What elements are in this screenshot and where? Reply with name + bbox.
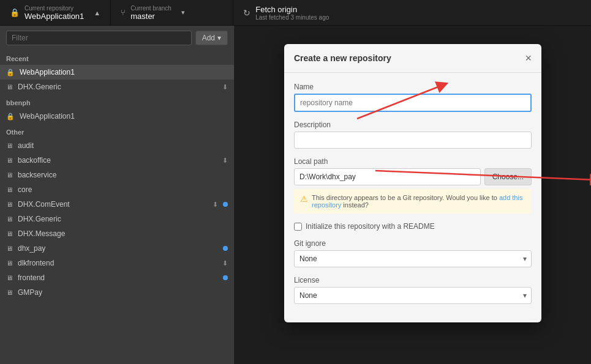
lock-icon: 🔒 <box>6 113 15 121</box>
list-item[interactable]: 🖥 backoffice ⬇ <box>0 153 234 168</box>
list-item[interactable]: 🖥 audit <box>0 138 234 153</box>
monitor-icon: 🖥 <box>6 171 13 179</box>
local-path-label: Local path <box>294 157 532 166</box>
section-recent: Recent <box>0 50 234 65</box>
gitignore-label: Git ignore <box>294 239 532 248</box>
modal-body: Name Description Local path Choose... <box>284 73 541 322</box>
current-repo-section[interactable]: 🔒 Current repository WebApplication1 ▲ <box>0 0 111 25</box>
status-dot-blue <box>223 202 228 207</box>
name-label: Name <box>294 83 532 91</box>
gitignore-select-wrapper: None <box>294 250 532 267</box>
list-item[interactable]: 🖥 dhx_pay <box>0 241 234 256</box>
modal-close-button[interactable]: × <box>525 53 532 64</box>
sidebar: Add ▾ Recent 🔒 WebApplication1 🖥 DHX.Gen… <box>0 26 235 364</box>
monitor-icon: 🖥 <box>6 274 13 281</box>
fetch-origin-section[interactable]: ↻ Fetch origin Last fetched 3 minutes ag… <box>233 0 591 25</box>
monitor-icon: 🖥 <box>6 186 13 193</box>
download-icon: ⬇ <box>213 201 218 209</box>
download-icon: ⬇ <box>222 157 228 165</box>
license-select-wrapper: None <box>294 287 532 304</box>
license-select[interactable]: None <box>294 287 532 304</box>
description-field-group: Description <box>294 121 532 149</box>
fetch-label: Fetch origin <box>255 5 329 14</box>
filter-input[interactable] <box>6 31 192 45</box>
name-field-group: Name <box>294 83 532 112</box>
chevron-down-icon: ▾ <box>181 9 185 17</box>
local-path-row: Choose... <box>294 168 532 185</box>
warning-suffix: instead? <box>343 201 369 209</box>
monitor-icon: 🖥 <box>6 215 13 223</box>
status-dot-blue <box>223 275 228 280</box>
list-item[interactable]: 🖥 DHX.Message <box>0 226 234 241</box>
lock-icon: 🔒 <box>6 69 15 76</box>
current-branch-section[interactable]: ⑂ Current branch master ▾ <box>111 0 233 25</box>
chevron-up-icon: ▲ <box>94 9 100 17</box>
init-readme-checkbox[interactable] <box>294 223 302 231</box>
section-bbenph: bbenph <box>0 94 234 109</box>
current-branch-name: master <box>130 12 171 21</box>
refresh-icon: ↻ <box>243 8 250 18</box>
monitor-icon: 🖥 <box>6 230 13 237</box>
modal-header: Create a new repository × <box>284 44 541 73</box>
license-group: License None <box>294 276 532 304</box>
chevron-down-icon: ▾ <box>217 34 221 42</box>
monitor-icon: 🖥 <box>6 157 13 164</box>
list-item[interactable]: 🖥 DHX.ComEvent ⬇ <box>0 197 234 212</box>
fetch-sub: Last fetched 3 minutes ago <box>255 14 329 21</box>
download-icon: ⬇ <box>222 259 228 267</box>
list-item[interactable]: 🖥 GMPay <box>0 285 234 300</box>
warning-icon: ⚠ <box>300 194 308 204</box>
init-readme-row: Initialize this repository with a README <box>294 222 532 231</box>
branch-icon: ⑂ <box>121 8 126 17</box>
monitor-icon: 🖥 <box>6 245 13 252</box>
license-label: License <box>294 276 532 284</box>
current-repo-name: WebApplication1 <box>24 12 84 21</box>
repo-name-input[interactable] <box>294 94 532 112</box>
warning-box: ⚠ This directory appears to be a Git rep… <box>294 189 532 214</box>
local-path-input[interactable] <box>294 168 481 185</box>
monitor-icon: 🖥 <box>6 259 13 267</box>
list-item[interactable]: 🖥 DHX.Generic <box>0 212 234 226</box>
sidebar-list: Recent 🔒 WebApplication1 🖥 DHX.Generic ⬇… <box>0 50 234 364</box>
choose-button[interactable]: Choose... <box>484 168 532 185</box>
add-button[interactable]: Add ▾ <box>195 31 228 45</box>
description-label: Description <box>294 121 532 129</box>
lock-icon: 🔒 <box>10 8 20 17</box>
list-item[interactable]: 🖥 frontend <box>0 270 234 285</box>
current-repo-label: Current repository <box>24 5 84 12</box>
list-item[interactable]: 🖥 DHX.Generic ⬇ <box>0 80 234 94</box>
current-branch-label: Current branch <box>130 5 171 12</box>
list-item[interactable]: 🖥 dlkfrontend ⬇ <box>0 256 234 270</box>
local-path-group: Local path Choose... ⚠ This directory ap… <box>294 157 532 214</box>
download-icon: ⬇ <box>222 83 228 91</box>
section-other: Other <box>0 124 234 138</box>
monitor-icon: 🖥 <box>6 83 13 91</box>
warning-text: This directory appears to be a Git repos… <box>312 194 497 201</box>
modal-overlay: Create a new repository × Name Descripti… <box>235 26 591 364</box>
monitor-icon: 🖥 <box>6 201 13 208</box>
list-item[interactable]: 🔒 WebApplication1 <box>0 109 234 124</box>
list-item[interactable]: 🔒 WebApplication1 <box>0 65 234 80</box>
gitignore-select[interactable]: None <box>294 250 532 267</box>
monitor-icon: 🖥 <box>6 289 13 296</box>
list-item[interactable]: 🖥 core <box>0 182 234 197</box>
filter-row: Add ▾ <box>0 26 234 50</box>
main-content-area: No local changes There are no uncommitte… <box>235 26 591 364</box>
monitor-icon: 🖥 <box>6 142 13 149</box>
create-repo-modal: Create a new repository × Name Descripti… <box>284 44 541 322</box>
list-item[interactable]: 🖥 backservice <box>0 168 234 182</box>
gitignore-group: Git ignore None <box>294 239 532 267</box>
status-dot-blue <box>223 246 228 251</box>
modal-title: Create a new repository <box>294 53 525 63</box>
init-readme-label: Initialize this repository with a README <box>306 222 435 231</box>
description-input[interactable] <box>294 132 532 149</box>
